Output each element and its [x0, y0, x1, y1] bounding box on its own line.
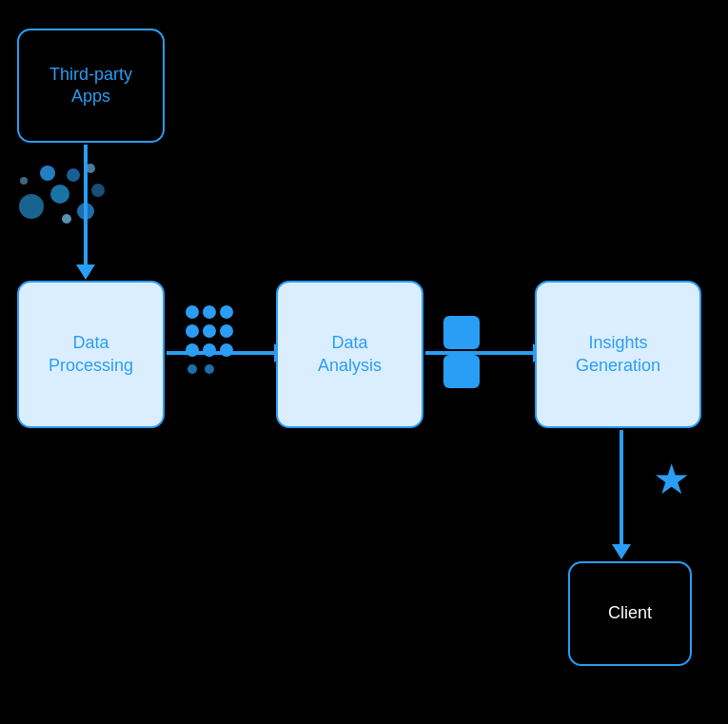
- svg-point-12: [186, 324, 199, 338]
- svg-point-3: [40, 166, 55, 181]
- svg-point-10: [203, 305, 216, 319]
- data-processing-box: DataProcessing: [17, 281, 165, 428]
- data-processing-label: DataProcessing: [49, 332, 133, 377]
- client-label: Client: [608, 602, 652, 624]
- data-analysis-label: DataAnalysis: [318, 332, 382, 377]
- svg-point-19: [205, 364, 214, 374]
- insights-generation-box: InsightsGeneration: [535, 281, 701, 428]
- svg-point-1: [50, 185, 69, 204]
- scatter-dots-icon: [14, 154, 109, 230]
- star-icon: ★: [653, 455, 690, 503]
- grid-dots-icon: [181, 295, 238, 390]
- svg-point-18: [187, 364, 197, 374]
- svg-point-4: [67, 168, 80, 182]
- arrow-right-2: [425, 351, 535, 355]
- square-top: [443, 316, 480, 349]
- third-party-apps-label: Third-partyApps: [49, 64, 132, 108]
- svg-point-9: [186, 305, 199, 319]
- svg-point-13: [203, 324, 216, 338]
- svg-point-8: [20, 177, 28, 185]
- insights-generation-label: InsightsGeneration: [576, 332, 660, 377]
- svg-point-6: [62, 214, 71, 224]
- svg-point-14: [220, 324, 233, 338]
- diagram: Third-partyApps DataProcessing: [0, 0, 728, 724]
- arrow-down-2: [620, 430, 623, 546]
- arrow-down-1: [84, 145, 88, 266]
- third-party-apps-box: Third-partyApps: [17, 29, 165, 143]
- arrow-right-1: [167, 351, 276, 355]
- svg-point-11: [220, 305, 233, 319]
- square-bottom: [443, 355, 480, 388]
- svg-point-5: [91, 184, 105, 197]
- svg-point-0: [19, 194, 44, 219]
- client-box: Client: [568, 561, 692, 666]
- data-analysis-box: DataAnalysis: [276, 281, 423, 428]
